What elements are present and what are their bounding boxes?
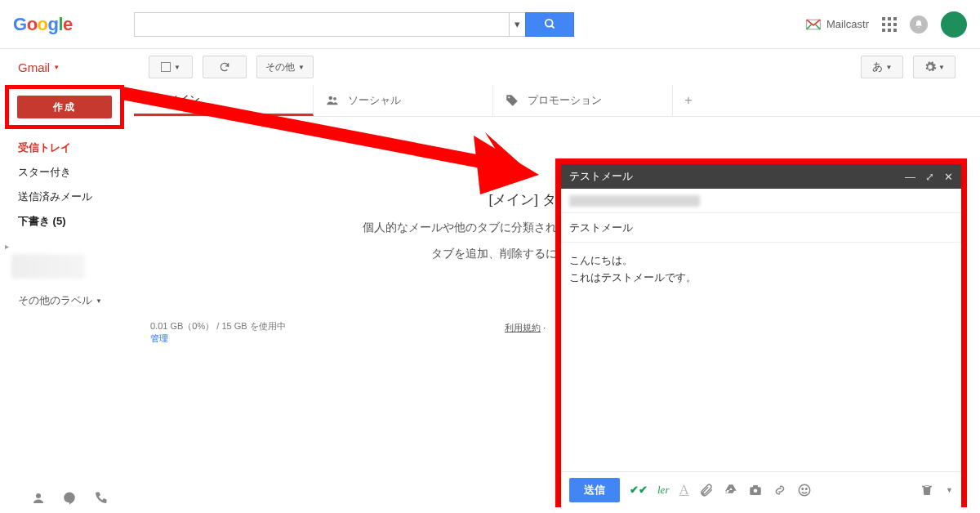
trash-icon[interactable]	[920, 483, 934, 497]
expand-icon[interactable]: ⤢	[925, 171, 934, 183]
drive-icon[interactable]	[724, 483, 738, 497]
apps-menu-icon[interactable]	[882, 17, 897, 32]
language-button[interactable]: あ ▼	[861, 56, 903, 78]
svg-point-4	[333, 97, 336, 100]
notifications-icon[interactable]	[910, 16, 928, 33]
svg-point-12	[36, 493, 41, 498]
tab-promotions[interactable]: プロモーション	[493, 85, 673, 116]
google-logo[interactable]: Google	[13, 16, 129, 33]
mailcastr-link[interactable]: Mailcastr	[805, 18, 869, 31]
storage-text: 0.01 GB（0%） / 15 GB を使用中	[150, 321, 286, 331]
sidebar-more-labels-text: その他のラベル	[18, 293, 92, 308]
svg-rect-2	[162, 63, 171, 72]
compose-highlight-box: テストメール — ⤢ ✕ テストメール こんにちは。 これはテストメールです。 …	[555, 158, 967, 513]
contacts-icon[interactable]	[31, 491, 46, 508]
sidebar-blurred-item	[11, 254, 85, 279]
inbox-icon	[145, 92, 160, 107]
search-dropdown-caret-icon[interactable]: ▾	[509, 13, 525, 36]
search-input[interactable]: ▾	[134, 12, 526, 37]
search-container: ▾	[134, 12, 574, 37]
more-dropdown[interactable]: その他 ▼	[256, 56, 314, 78]
compose-body[interactable]: こんにちは。 これはテストメールです。	[561, 243, 961, 471]
terms-link[interactable]: 利用規約	[505, 323, 541, 332]
compose-subject-text: テストメール	[569, 221, 633, 235]
sidebar-item-drafts[interactable]: 下書き (5)	[18, 209, 124, 234]
format-icon[interactable]: A	[679, 482, 688, 498]
tab-primary-label: メイン	[168, 92, 200, 107]
svg-point-5	[508, 96, 510, 98]
select-all-checkbox[interactable]: ▼	[149, 56, 193, 78]
settings-button[interactable]: ▼	[913, 56, 956, 78]
header-right: Mailcastr	[805, 11, 967, 38]
svg-point-9	[799, 484, 810, 496]
language-label: あ	[872, 60, 883, 74]
sidebar: 作成 受信トレイ スター付き 送信済みメール 下書き (5) ▸ その他のラベル…	[0, 85, 134, 308]
compose-button[interactable]: 作成	[17, 96, 112, 118]
mail-toolbar: ▼ その他 ▼	[134, 56, 314, 78]
compose-to-blurred	[569, 195, 700, 207]
refresh-button[interactable]	[203, 56, 247, 78]
gear-icon	[924, 60, 937, 74]
svg-point-3	[329, 96, 333, 100]
signature-icon[interactable]: ler	[657, 484, 669, 497]
camera-icon[interactable]	[748, 483, 763, 497]
compose-header[interactable]: テストメール — ⤢ ✕	[561, 164, 961, 189]
sidebar-item-starred[interactable]: スター付き	[18, 160, 124, 185]
svg-point-0	[545, 20, 552, 27]
more-label: その他	[265, 60, 295, 74]
svg-point-10	[802, 488, 804, 489]
caret-down-icon: ▼	[53, 64, 60, 71]
hangouts-icon[interactable]	[62, 491, 77, 508]
more-options-icon[interactable]: ▼	[946, 483, 953, 497]
caret-down-icon: ▼	[96, 297, 102, 305]
tab-primary[interactable]: メイン	[134, 85, 314, 116]
compose-to-field[interactable]	[561, 189, 961, 213]
tab-social[interactable]: ソーシャル	[314, 85, 493, 116]
search-icon	[544, 18, 556, 30]
footer-terms: 利用規約 ·	[505, 322, 546, 334]
tab-promotions-label: プロモーション	[528, 93, 602, 108]
storage-manage-link[interactable]: 管理	[150, 333, 168, 343]
compose-subject-field[interactable]: テストメール	[561, 213, 961, 243]
tab-social-label: ソーシャル	[348, 93, 401, 108]
account-avatar[interactable]	[941, 11, 967, 38]
gmail-label-text: Gmail	[18, 60, 50, 74]
check-icon[interactable]: ✔✔	[630, 484, 648, 496]
attach-icon[interactable]	[699, 483, 714, 497]
svg-point-11	[805, 488, 807, 489]
mailcastr-label: Mailcastr	[826, 18, 869, 30]
compose-window-controls: — ⤢ ✕	[905, 171, 953, 183]
topbar: Gmail ▼ ▼ その他 ▼ あ ▼ ▼	[0, 49, 980, 85]
sidebar-item-sent[interactable]: 送信済みメール	[18, 185, 124, 209]
svg-rect-8	[753, 485, 758, 488]
close-icon[interactable]: ✕	[944, 171, 953, 183]
gmail-dropdown[interactable]: Gmail ▼	[18, 60, 60, 74]
search-button[interactable]	[525, 12, 574, 37]
checkbox-icon	[161, 62, 171, 72]
compose-toolbar: 送信 ✔✔ ler A ▼	[561, 471, 961, 507]
storage-info: 0.01 GB（0%） / 15 GB を使用中 管理	[150, 320, 286, 345]
refresh-icon	[219, 61, 230, 73]
emoji-icon[interactable]	[797, 483, 812, 497]
send-button[interactable]: 送信	[569, 478, 620, 502]
sidebar-more-labels[interactable]: その他のラベル ▼	[0, 282, 124, 308]
phone-icon[interactable]	[93, 491, 108, 508]
category-tabs: メイン ソーシャル プロモーション +	[134, 85, 980, 117]
svg-line-1	[551, 25, 554, 28]
compose-highlight: 作成	[5, 85, 124, 129]
compose-body-line: これはテストメールです。	[569, 270, 953, 287]
compose-window: テストメール — ⤢ ✕ テストメール こんにちは。 これはテストメールです。 …	[561, 164, 961, 507]
tab-add-button[interactable]: +	[673, 85, 704, 116]
gmail-sidebar-heading: Gmail ▼	[0, 60, 134, 74]
svg-point-7	[753, 488, 757, 493]
people-icon	[325, 93, 340, 108]
sidebar-nav: 受信トレイ スター付き 送信済みメール 下書き (5)	[0, 132, 124, 242]
mailcastr-icon	[805, 18, 822, 31]
hangouts-footer	[31, 491, 108, 508]
right-toolbar: あ ▼ ▼	[861, 56, 980, 78]
sidebar-item-inbox[interactable]: 受信トレイ	[18, 136, 124, 160]
tag-icon	[505, 93, 519, 108]
minimize-icon[interactable]: —	[905, 171, 915, 183]
link-icon[interactable]	[773, 483, 787, 497]
app-header: Google ▾ Mailcastr	[0, 0, 980, 49]
